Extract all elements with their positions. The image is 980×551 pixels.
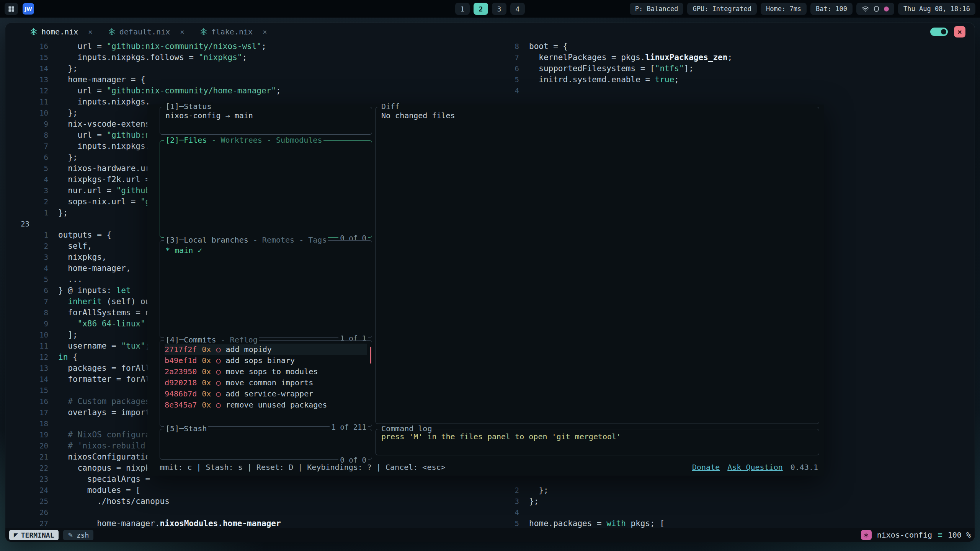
code-line: 12 url = "github:nix-community/home-mana… [21, 85, 281, 96]
tray-chip[interactable] [856, 3, 894, 15]
commit-row[interactable]: 9486b7d0x○add service-wrapper [165, 388, 367, 399]
editor-right-bottom: 2 };3};45home.packages = with pkgs; [ [503, 484, 665, 528]
code-line: 15 inputs.nixpkgs.follows = "nixpkgs"; [21, 52, 281, 63]
code-text: in { [58, 352, 78, 362]
line-number: 10 [21, 109, 48, 117]
code-line: 13 home-manager = { [21, 74, 281, 85]
line-number: 12 [21, 353, 48, 361]
code-text: boot = { [529, 42, 568, 51]
battery-percent: 100 % [948, 530, 971, 540]
lazygit-diff-panel[interactable]: Diff No changed files [376, 107, 819, 424]
line-number: 23 [21, 475, 48, 483]
commit-graph-icon: ○ [216, 389, 220, 398]
line-number: 16 [21, 397, 48, 406]
branch-row[interactable]: * main ✓ [165, 245, 366, 256]
tab-close-icon[interactable]: × [180, 28, 184, 36]
editor-area[interactable]: 16 url = "github:nix-community/nixos-wsl… [5, 41, 975, 528]
workspace-switcher: 1234 [455, 3, 525, 15]
commit-row[interactable]: 2a239500x○move sops to modules [165, 366, 367, 377]
lazygit-branches-panel[interactable]: [3]─Local branches - Remotes - Tags * ma… [160, 240, 372, 338]
line-number: 3 [21, 186, 48, 195]
code-text: self, [58, 241, 92, 251]
line-number: 4 [503, 508, 519, 517]
desktop: JW 1234 P: BalancedGPU: IntegratedHome: … [0, 0, 980, 551]
lazygit-command-log-panel[interactable]: Command log press 'M' in the files panel… [376, 429, 819, 455]
session-badge-icon [861, 530, 872, 540]
line-number: 12 [21, 86, 48, 95]
line-number: 7 [21, 142, 48, 150]
lazygit-link-ask-question[interactable]: Ask Question [727, 463, 783, 472]
workspace-button-3[interactable]: 3 [492, 3, 506, 15]
panel-title: [4]─Commits - Reflog [164, 335, 259, 344]
lazygit-files-panel[interactable]: [2]─Files - Worktrees - Submodules 0 of … [160, 140, 372, 238]
code-text: home-manager, [58, 264, 131, 273]
workspace-button-2[interactable]: 2 [474, 3, 488, 15]
code-line: 5 initrd.systemd.enable = true; [503, 74, 974, 85]
commit-message: remove unused packages [225, 400, 327, 409]
snowflake-icon [863, 532, 869, 538]
workspace-button-1[interactable]: 1 [455, 3, 470, 15]
commit-message: add service-wrapper [225, 389, 313, 398]
panel-title: Diff [380, 102, 401, 111]
tab-close-icon[interactable]: × [88, 28, 92, 36]
code-text: }; [529, 497, 539, 506]
commit-row[interactable]: 8e345a70x○remove unused packages [165, 399, 367, 410]
code-line: 4 [503, 85, 974, 96]
lazygit-stash-panel[interactable]: [5]─Stash 0 of 0 [160, 429, 372, 460]
code-text: nixosConfiguratio [58, 452, 150, 461]
shell-tab[interactable]: ✎ zsh [63, 530, 93, 540]
code-text: }; [58, 108, 78, 117]
commit-author: 0x [202, 389, 211, 398]
status-chip: P: Balanced [630, 3, 684, 15]
code-text: }; [529, 486, 549, 495]
code-text: supportedFilesystems = ["ntfs"]; [529, 64, 694, 73]
mode-label: TERMINAL [21, 531, 54, 539]
window-close-button[interactable]: × [954, 26, 965, 37]
terminal-status-bar: ◤ TERMINAL ✎ zsh nixos-config ≡ 100 % [5, 528, 975, 542]
lazygit-link-donate[interactable]: Donate [692, 463, 720, 472]
snowflake-icon [200, 28, 207, 36]
tab-default.nix[interactable]: default.nix× [108, 27, 185, 36]
commit-hash: 8e345a7 [165, 400, 197, 409]
zellij-mode-chip[interactable]: ◤ TERMINAL [9, 530, 59, 540]
shell-tab-label: zsh [77, 531, 89, 539]
tab-home.nix[interactable]: home.nix× [30, 27, 93, 36]
line-number: 21 [21, 453, 48, 461]
editor-pane-right[interactable]: 8boot = {7 kernelPackages = pkgs.linuxPa… [503, 41, 974, 96]
window-toggle[interactable] [930, 28, 948, 36]
lazygit-popup: [1]─Status nixos-config → main [2]─Files… [147, 104, 824, 476]
panel-title: [3]─Local branches - Remotes - Tags [164, 235, 328, 245]
commits-scrollbar[interactable] [370, 347, 371, 364]
code-line: 6 supportedFilesystems = ["ntfs"]; [503, 63, 974, 74]
app-logo[interactable]: JW [23, 3, 34, 15]
code-text: specialArgs = [58, 474, 150, 484]
tab-close-icon[interactable]: × [263, 28, 267, 36]
commit-row[interactable]: 2717f2f0x○add mopidy [165, 344, 367, 355]
commit-row[interactable]: d9202180x○move common imports [165, 377, 367, 388]
code-text: kernelPackages = pkgs.linuxPackages_zen; [529, 53, 732, 62]
commit-graph-icon: ○ [216, 345, 220, 354]
code-text: home-manager.nixosModules.home-manager [58, 519, 281, 528]
commit-graph-icon: ○ [216, 400, 220, 409]
tab-flake.nix[interactable]: flake.nix× [200, 27, 267, 36]
commit-hash: 9486b7d [165, 389, 197, 398]
line-number: 1 [21, 231, 48, 239]
workspace-button-4[interactable]: 4 [510, 3, 525, 15]
magenta-dot-icon [884, 7, 889, 11]
commit-row[interactable]: b49ef1d0x○add sops binary [165, 355, 367, 366]
commit-author: 0x [202, 367, 211, 376]
commit-author: 0x [202, 378, 211, 387]
lazygit-links: DonateAsk Question0.43.1 [692, 463, 818, 472]
code-line: 4 [503, 507, 665, 518]
lazygit-status-panel[interactable]: [1]─Status nixos-config → main [160, 107, 372, 135]
commit-author: 0x [202, 400, 211, 409]
session-name: nixos-config [877, 530, 933, 540]
apps-grid-icon [8, 5, 15, 13]
code-text: nix-vscode-extens [58, 119, 150, 129]
code-text: "x86_64-linux" [58, 319, 145, 328]
code-text: url = "github:nix-community/home-manager… [58, 86, 281, 95]
status-chip: Bat: 100 [810, 3, 853, 15]
lazygit-commits-panel[interactable]: [4]─Commits - Reflog 2717f2f0x○add mopid… [160, 340, 372, 427]
line-number: 8 [503, 42, 519, 51]
apps-launcher-button[interactable] [5, 3, 18, 15]
